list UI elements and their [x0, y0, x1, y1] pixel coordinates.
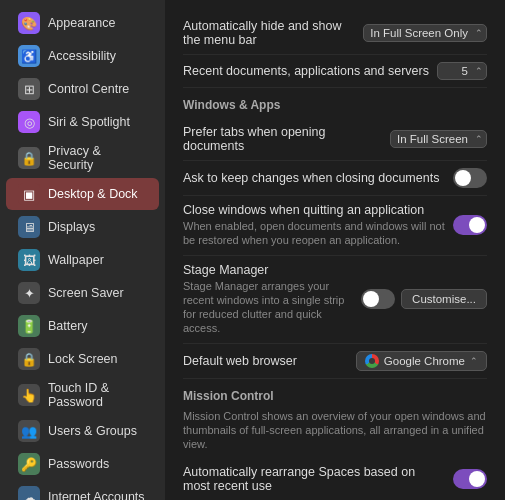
default-browser-badge[interactable]: Google Chrome ⌃	[356, 351, 487, 371]
sidebar-item-desktop-dock[interactable]: ▣Desktop & Dock	[6, 178, 159, 210]
sidebar-label-privacy: Privacy & Security	[48, 144, 149, 172]
close-windows-sublabel: When enabled, open documents and windows…	[183, 219, 445, 248]
ask-changes-row: Ask to keep changes when closing documen…	[183, 161, 487, 196]
mission-control-header: Mission Control	[183, 389, 487, 403]
sidebar-label-screen-saver: Screen Saver	[48, 286, 124, 300]
sidebar-icon-siri: ◎	[18, 111, 40, 133]
prefer-tabs-select-wrapper[interactable]: In Full Screen	[390, 130, 487, 148]
sidebar-label-users: Users & Groups	[48, 424, 137, 438]
sidebar-label-wallpaper: Wallpaper	[48, 253, 104, 267]
sidebar-label-battery: Battery	[48, 319, 88, 333]
recent-docs-select-wrapper[interactable]: 5	[437, 62, 487, 80]
sidebar-icon-touchid: 👆	[18, 384, 40, 406]
sidebar-label-desktop-dock: Desktop & Dock	[48, 187, 138, 201]
windows-apps-header: Windows & Apps	[183, 98, 487, 112]
stage-manager-customise-button[interactable]: Customise...	[401, 289, 487, 309]
sidebar-item-passwords[interactable]: 🔑Passwords	[6, 448, 159, 480]
sidebar-icon-privacy: 🔒	[18, 147, 40, 169]
auto-rearrange-toggle[interactable]	[453, 469, 487, 489]
sidebar-item-users[interactable]: 👥Users & Groups	[6, 415, 159, 447]
sidebar-label-passwords: Passwords	[48, 457, 109, 471]
chrome-icon	[365, 354, 379, 368]
sidebar-label-touchid: Touch ID & Password	[48, 381, 149, 409]
prefer-tabs-row: Prefer tabs when opening documents In Fu…	[183, 118, 487, 161]
sidebar-item-siri[interactable]: ◎Siri & Spotlight	[6, 106, 159, 138]
mission-control-desc: Mission Control shows an overview of you…	[183, 409, 487, 452]
menubar-row: Automatically hide and show the menu bar…	[183, 12, 487, 55]
stage-manager-label: Stage Manager	[183, 263, 353, 277]
sidebar-label-internet: Internet Accounts	[48, 490, 145, 500]
sidebar-item-appearance[interactable]: 🎨Appearance	[6, 7, 159, 39]
recent-docs-select[interactable]: 5	[437, 62, 487, 80]
sidebar-label-lock-screen: Lock Screen	[48, 352, 117, 366]
sidebar-label-control-centre: Control Centre	[48, 82, 129, 96]
sidebar-item-internet[interactable]: ☁Internet Accounts	[6, 481, 159, 500]
ask-changes-label: Ask to keep changes when closing documen…	[183, 171, 445, 185]
stage-manager-toggle[interactable]	[361, 289, 395, 309]
sidebar-item-control-centre[interactable]: ⊞Control Centre	[6, 73, 159, 105]
sidebar-icon-control-centre: ⊞	[18, 78, 40, 100]
menubar-select-wrapper[interactable]: In Full Screen Only	[363, 24, 487, 42]
default-browser-row: Default web browser Google Chrome ⌃	[183, 344, 487, 379]
sidebar-item-screen-saver[interactable]: ✦Screen Saver	[6, 277, 159, 309]
sidebar-label-displays: Displays	[48, 220, 95, 234]
sidebar-icon-appearance: 🎨	[18, 12, 40, 34]
prefer-tabs-select[interactable]: In Full Screen	[390, 130, 487, 148]
close-windows-label: Close windows when quitting an applicati…	[183, 203, 445, 217]
close-windows-row: Close windows when quitting an applicati…	[183, 196, 487, 256]
sidebar-label-appearance: Appearance	[48, 16, 115, 30]
recent-docs-label: Recent documents, applications and serve…	[183, 64, 429, 78]
sidebar-icon-battery: 🔋	[18, 315, 40, 337]
sidebar-icon-users: 👥	[18, 420, 40, 442]
recent-docs-row: Recent documents, applications and serve…	[183, 55, 487, 88]
sidebar-item-battery[interactable]: 🔋Battery	[6, 310, 159, 342]
sidebar-icon-desktop-dock: ▣	[18, 183, 40, 205]
menubar-select[interactable]: In Full Screen Only	[363, 24, 487, 42]
default-browser-value: Google Chrome	[384, 355, 465, 367]
sidebar-icon-lock-screen: 🔒	[18, 348, 40, 370]
sidebar-icon-displays: 🖥	[18, 216, 40, 238]
sidebar: 🎨Appearance♿Accessibility⊞Control Centre…	[0, 0, 165, 500]
sidebar-item-wallpaper[interactable]: 🖼Wallpaper	[6, 244, 159, 276]
sidebar-item-touchid[interactable]: 👆Touch ID & Password	[6, 376, 159, 414]
sidebar-icon-accessibility: ♿	[18, 45, 40, 67]
stage-manager-row: Stage Manager Stage Manager arranges you…	[183, 256, 487, 344]
stage-manager-sublabel: Stage Manager arranges your recent windo…	[183, 279, 353, 336]
sidebar-icon-screen-saver: ✦	[18, 282, 40, 304]
sidebar-icon-internet: ☁	[18, 486, 40, 500]
sidebar-item-accessibility[interactable]: ♿Accessibility	[6, 40, 159, 72]
sidebar-label-accessibility: Accessibility	[48, 49, 116, 63]
sidebar-item-privacy[interactable]: 🔒Privacy & Security	[6, 139, 159, 177]
sidebar-item-lock-screen[interactable]: 🔒Lock Screen	[6, 343, 159, 375]
default-browser-label: Default web browser	[183, 354, 348, 368]
prefer-tabs-label: Prefer tabs when opening documents	[183, 125, 382, 153]
sidebar-label-siri: Siri & Spotlight	[48, 115, 130, 129]
sidebar-icon-wallpaper: 🖼	[18, 249, 40, 271]
ask-changes-toggle[interactable]	[453, 168, 487, 188]
browser-chevron: ⌃	[470, 356, 478, 366]
sidebar-item-displays[interactable]: 🖥Displays	[6, 211, 159, 243]
menubar-label: Automatically hide and show the menu bar	[183, 19, 355, 47]
auto-rearrange-label: Automatically rearrange Spaces based on …	[183, 465, 445, 493]
main-content: Automatically hide and show the menu bar…	[165, 0, 505, 500]
sidebar-icon-passwords: 🔑	[18, 453, 40, 475]
close-windows-toggle[interactable]	[453, 215, 487, 235]
auto-rearrange-row: Automatically rearrange Spaces based on …	[183, 458, 487, 500]
